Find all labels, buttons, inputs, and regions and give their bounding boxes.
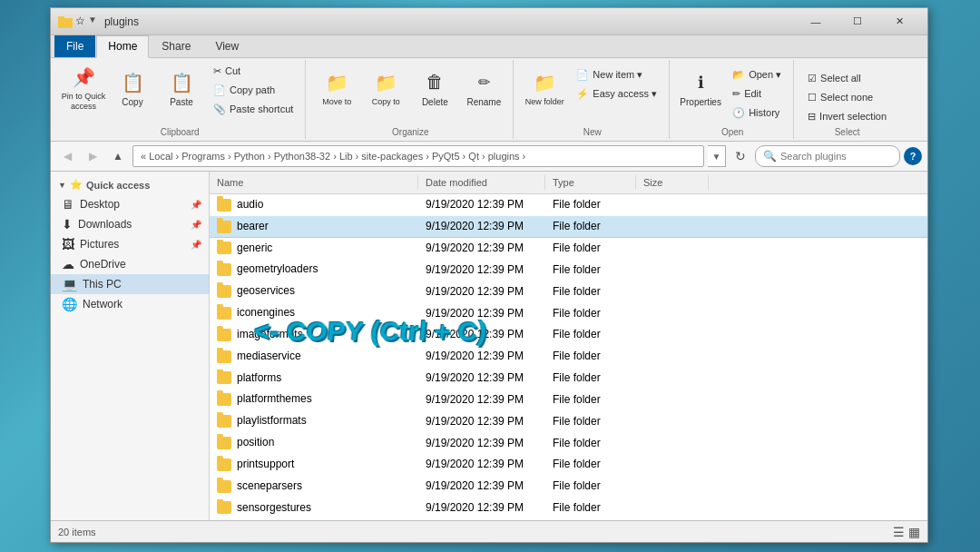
ribbon-group-organize: 📁 Move to 📁 Copy to 🗑 Delete ✏ Rename <box>308 60 514 139</box>
sidebar-item-desktop[interactable]: 🖥 Desktop 📌 <box>51 194 209 214</box>
table-row[interactable]: generic9/19/2020 12:39 PMFile folder <box>210 238 927 260</box>
search-icon: 🔍 <box>763 150 777 163</box>
file-date-cell: 9/19/2020 12:39 PM <box>418 456 545 472</box>
file-type-cell: File folder <box>545 499 636 516</box>
quick-access-section[interactable]: ▼ ⭐ Quick access <box>51 175 209 194</box>
table-row[interactable]: imageformats9/19/2020 12:39 PMFile folde… <box>210 324 927 346</box>
copy-path-button[interactable]: 📄 Copy path <box>207 81 299 99</box>
tab-share[interactable]: Share <box>150 35 202 57</box>
file-size-cell <box>636 419 709 423</box>
cut-button[interactable]: ✂ Cut <box>207 62 299 80</box>
pictures-icon: 🖼 <box>62 237 74 251</box>
open-dropdown-button[interactable]: 📂 Open ▾ <box>726 65 788 84</box>
ribbon-group-clipboard: 📌 Pin to Quick access 📋 Copy 📋 Paste <box>54 60 306 139</box>
delete-icon: 🗑 <box>422 70 447 95</box>
back-button[interactable]: ◀ <box>56 145 78 167</box>
properties-button[interactable]: ℹ Properties <box>677 62 724 114</box>
copy-to-button[interactable]: 📁 Copy to <box>362 62 409 114</box>
close-button[interactable]: ✕ <box>878 8 920 35</box>
copy-icon: 📋 <box>120 70 145 95</box>
column-header-date[interactable]: Date modified <box>418 175 545 190</box>
table-row[interactable]: audio9/19/2020 12:39 PMFile folder <box>210 194 927 216</box>
file-type-cell: File folder <box>545 391 636 408</box>
file-date-cell: 9/19/2020 12:39 PM <box>418 499 545 516</box>
ribbon-open-buttons: ℹ Properties 📂 Open ▾ ✏ Edit � <box>677 62 788 122</box>
folder-icon <box>217 415 231 428</box>
refresh-button[interactable]: ↻ <box>730 145 751 167</box>
table-row[interactable]: platformthemes9/19/2020 12:39 PMFile fol… <box>210 389 927 410</box>
table-row[interactable]: sensorgestures9/19/2020 12:39 PMFile fol… <box>210 498 927 519</box>
sidebar-item-pictures[interactable]: 🖼 Pictures 📌 <box>51 234 209 254</box>
file-name-cell: platforms <box>210 370 418 387</box>
folder-icon <box>217 307 231 320</box>
view-toggle: ☰ ▦ <box>893 525 920 539</box>
file-name-cell: platformthemes <box>210 390 418 408</box>
new-item-button[interactable]: 📄 New item ▾ <box>570 65 663 84</box>
file-size-cell <box>636 506 709 509</box>
table-row[interactable]: sceneparsers9/19/2020 12:39 PMFile folde… <box>210 476 927 498</box>
paste-shortcut-button[interactable]: 📎 Paste shortcut <box>207 100 299 118</box>
sidebar-item-this-pc[interactable]: 💻 This PC <box>51 274 209 294</box>
column-header-name[interactable]: Name <box>210 175 418 190</box>
folder-icon <box>217 371 231 384</box>
paste-button[interactable]: 📋 Paste <box>158 62 205 114</box>
file-size-cell <box>636 398 709 401</box>
address-path[interactable]: « Local › Programs › Python › Python38-3… <box>132 145 704 167</box>
tab-home[interactable]: Home <box>96 35 149 58</box>
minimize-button[interactable]: — <box>795 8 837 35</box>
file-name-cell: iconengines <box>210 304 418 321</box>
easy-access-button[interactable]: ⚡ Easy access ▾ <box>570 84 663 103</box>
downloads-label: Downloads <box>78 218 132 231</box>
tab-file[interactable]: File <box>54 35 95 57</box>
new-item-icon: 📄 <box>576 69 589 81</box>
history-button[interactable]: 🕐 History <box>726 104 788 122</box>
sidebar-item-downloads[interactable]: ⬇ Downloads 📌 <box>51 214 209 234</box>
help-button[interactable]: ? <box>904 147 922 165</box>
column-header-size[interactable]: Size <box>636 175 709 190</box>
table-row[interactable]: platforms9/19/2020 12:39 PMFile folder <box>210 368 927 389</box>
file-name-cell: imageformats <box>210 326 418 343</box>
select-none-button[interactable]: ☐ Select none <box>801 88 893 106</box>
column-header-type[interactable]: Type <box>545 175 636 190</box>
new-folder-button[interactable]: 📁 New folder <box>521 62 568 114</box>
file-name-cell: sensorgestures <box>210 499 418 517</box>
maximize-button[interactable]: ☐ <box>837 8 878 35</box>
pin-to-quick-access-button[interactable]: 📌 Pin to Quick access <box>60 62 107 114</box>
open-small-buttons: 📂 Open ▾ ✏ Edit 🕐 History <box>726 65 788 122</box>
list-view-icon[interactable]: ☰ <box>893 525 905 539</box>
quick-access-icon: ⭐ <box>70 179 83 191</box>
delete-button[interactable]: 🗑 Delete <box>411 62 458 114</box>
tab-view[interactable]: View <box>203 35 250 57</box>
folder-icon <box>217 263 231 276</box>
select-all-button[interactable]: ☑ Select all <box>801 69 893 87</box>
table-row[interactable]: playlistformats9/19/2020 12:39 PMFile fo… <box>210 410 927 432</box>
table-row[interactable]: geoservices9/19/2020 12:39 PMFile folder <box>210 281 927 302</box>
ribbon-content: 📌 Pin to Quick access 📋 Copy 📋 Paste <box>51 58 927 141</box>
rename-button[interactable]: ✏ Rename <box>460 62 507 114</box>
folder-icon <box>217 480 231 493</box>
clipboard-small-buttons: ✂ Cut 📄 Copy path 📎 Paste shortcut <box>207 62 299 118</box>
table-row[interactable]: mediaservice9/19/2020 12:39 PMFile folde… <box>210 346 927 368</box>
sidebar-item-onedrive[interactable]: ☁ OneDrive <box>51 254 209 274</box>
file-date-cell: 9/19/2020 12:39 PM <box>418 240 545 256</box>
table-row[interactable]: iconengines9/19/2020 12:39 PMFile folder <box>210 302 927 324</box>
copy-button[interactable]: 📋 Copy <box>109 62 156 114</box>
explorer-window: ☆ ▼ plugins — ☐ ✕ File Home Share View 📌 <box>50 7 928 543</box>
sidebar-item-network[interactable]: 🌐 Network <box>51 294 209 314</box>
table-row[interactable]: bearer9/19/2020 12:39 PMFile folder <box>210 216 927 238</box>
grid-view-icon[interactable]: ▦ <box>908 525 920 539</box>
table-row[interactable]: printsupport9/19/2020 12:39 PMFile folde… <box>210 454 927 476</box>
search-input[interactable] <box>780 151 892 162</box>
file-type-cell: File folder <box>545 413 636 429</box>
edit-button[interactable]: ✏ Edit <box>726 84 788 103</box>
cut-icon: ✂ <box>213 65 221 77</box>
invert-selection-button[interactable]: ⊟ Invert selection <box>801 107 893 125</box>
search-box[interactable]: 🔍 <box>755 145 900 167</box>
forward-button[interactable]: ▶ <box>82 145 103 167</box>
file-type-cell: File folder <box>545 218 636 234</box>
table-row[interactable]: position9/19/2020 12:39 PMFile folder <box>210 432 927 454</box>
table-row[interactable]: geometryloaders9/19/2020 12:39 PMFile fo… <box>210 259 927 281</box>
up-button[interactable]: ▲ <box>107 145 129 167</box>
address-dropdown-button[interactable]: ▼ <box>708 145 726 167</box>
move-to-button[interactable]: 📁 Move to <box>313 62 360 114</box>
